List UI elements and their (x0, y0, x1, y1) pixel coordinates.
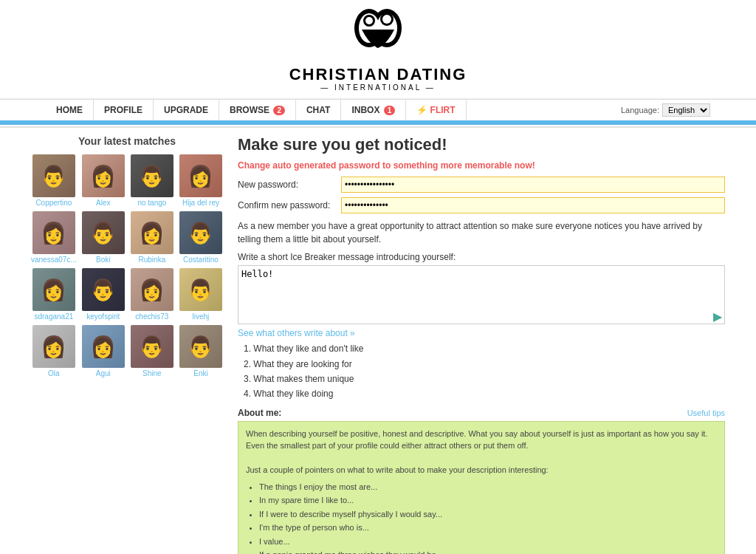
match-name: Coppertino (31, 199, 77, 207)
matches-grid: 👨 Coppertino 👩 Alex 👨 no tango 👩 Hija de… (31, 154, 223, 377)
about-row: About me: Useful tips (238, 408, 725, 418)
match-name: no tango (130, 199, 174, 207)
confirm-password-label: Confirm new password: (238, 200, 341, 211)
new-password-row: New password: (238, 177, 725, 193)
list-item[interactable]: 👨 livehj (179, 268, 223, 321)
match-photo: 👨 (179, 211, 222, 254)
match-photo: 👩 (32, 268, 75, 311)
list-item[interactable]: 👨 Shine (130, 325, 174, 377)
match-photo: 👩 (32, 211, 75, 254)
language-selector: Language: English (621, 103, 710, 117)
tooltip-line1: When describing yourself be positive, ho… (246, 429, 707, 451)
list-item[interactable]: 👨 Costaritino (179, 211, 223, 264)
match-photo: 👨 (82, 268, 125, 311)
write-list-item: 1. What they like and don't like (244, 341, 725, 356)
match-name: vanessa07c... (31, 256, 77, 264)
logo-sub: — INTERNATIONAL — (289, 83, 467, 92)
match-name: livehj (179, 312, 223, 321)
list-item[interactable]: 👩 sdragana21 (31, 268, 77, 321)
match-photo: 👨 (179, 268, 222, 311)
right-panel: Make sure you get noticed! Change auto g… (238, 135, 725, 554)
match-photo: 👩 (82, 325, 125, 368)
logo: CHRISTIAN DATING — INTERNATIONAL — (289, 7, 467, 92)
list-item[interactable]: 👨 Enki (179, 325, 223, 377)
attention-text: As a new member you have a great opportu… (238, 219, 725, 246)
matches-title: Your latest matches (31, 135, 223, 147)
about-label: About me: (238, 408, 281, 418)
page-title: Make sure you get noticed! (238, 135, 725, 154)
icebreaker-input[interactable]: Hello! (238, 265, 725, 324)
list-item[interactable]: 👨 keyofspirit (81, 268, 126, 321)
list-item[interactable]: 👩 vanessa07c... (31, 211, 77, 264)
match-name: keyofspirit (81, 312, 126, 321)
list-item[interactable]: 👩 Alex (81, 154, 126, 207)
list-item[interactable]: 👨 Boki (81, 211, 126, 264)
match-name: Rubinka (130, 256, 174, 264)
svg-point-7 (382, 15, 391, 24)
match-name: Shine (130, 369, 174, 377)
match-name: Enki (179, 369, 223, 377)
icebreaker-label: Write a short Ice Breaker message introd… (238, 252, 725, 262)
useful-tips-link[interactable]: Useful tips (687, 408, 725, 417)
nav-upgrade[interactable]: UPGRADE (154, 100, 219, 120)
match-photo: 👩 (179, 154, 222, 197)
confirm-password-row: Confirm new password: (238, 197, 725, 213)
write-list-item: 2. What they are looking for (244, 357, 725, 372)
match-name: Hija del rey (179, 199, 223, 207)
list-item[interactable]: 👩 Hija del rey (179, 154, 223, 207)
match-name: Costaritino (179, 256, 223, 264)
tooltip-list-item: In my spare time I like to... (259, 494, 717, 507)
match-photo: 👩 (131, 268, 173, 311)
list-item[interactable]: 👩 Agui (81, 325, 126, 377)
refresh-icon[interactable]: ▶ (713, 310, 722, 324)
tooltip-list: The things I enjoy the most are... In my… (259, 481, 717, 554)
browse-badge: 2 (273, 106, 285, 115)
list-item[interactable]: 👩 chechis73 (130, 268, 174, 321)
header: CHRISTIAN DATING — INTERNATIONAL — (0, 0, 756, 99)
language-dropdown[interactable]: English (662, 103, 710, 117)
nav-profile[interactable]: PROFILE (94, 100, 154, 120)
write-list-item: 4. What they like doing (244, 386, 725, 401)
left-panel: Your latest matches 👨 Coppertino 👩 Alex … (31, 135, 223, 554)
nav-chat[interactable]: CHAT (296, 100, 341, 120)
new-password-label: New password: (238, 179, 341, 190)
tooltip-list-item: I'm the type of person who is... (259, 521, 717, 534)
match-photo: 👨 (82, 211, 125, 254)
list-item[interactable]: 👨 Coppertino (31, 154, 77, 207)
match-name: Alex (81, 199, 126, 207)
confirm-password-field[interactable] (341, 197, 725, 213)
about-tooltip: When describing yourself be positive, ho… (238, 421, 725, 554)
match-photo: 👨 (131, 325, 173, 368)
see-what-link[interactable]: See what others write about » (238, 328, 725, 338)
write-list: 1. What they like and don't like 2. What… (244, 341, 725, 402)
match-photo: 👨 (131, 154, 173, 197)
nav-flirt[interactable]: ⚡ FLIRT (406, 100, 466, 120)
blue-bar (0, 122, 756, 125)
list-item[interactable]: 👩 Rubinka (130, 211, 174, 264)
match-name: Ola (31, 369, 77, 377)
inbox-badge: 1 (384, 106, 396, 115)
navigation: HOME PROFILE UPGRADE BROWSE 2 CHAT INBOX… (0, 99, 756, 122)
match-photo: 👩 (32, 325, 75, 368)
match-name: Agui (81, 369, 126, 377)
match-photo: 👩 (131, 211, 173, 254)
list-item[interactable]: 👨 no tango (130, 154, 174, 207)
language-label: Language: (621, 106, 659, 114)
tooltip-list-item: The things I enjoy the most are... (259, 481, 717, 493)
logo-text: CHRISTIAN DATING (289, 66, 467, 83)
match-name: sdragana21 (31, 312, 77, 321)
icebreaker-wrapper: Hello! ▶ (238, 265, 725, 326)
new-password-field[interactable] (341, 177, 725, 193)
main-layout: Your latest matches 👨 Coppertino 👩 Alex … (24, 128, 732, 554)
tooltip-list-item: If a genie granted me three wishes they … (259, 549, 717, 554)
logo-icon (289, 7, 467, 66)
nav-home[interactable]: HOME (46, 100, 94, 120)
list-item[interactable]: 👩 Ola (31, 325, 77, 377)
nav-inbox[interactable]: INBOX 1 (341, 100, 406, 120)
tooltip-list-item: I value... (259, 536, 717, 548)
tooltip-list-item: If I were to describe myself physically … (259, 508, 717, 521)
nav-browse[interactable]: BROWSE 2 (219, 100, 296, 120)
match-name: chechis73 (130, 312, 174, 321)
match-photo: 👩 (82, 154, 125, 197)
match-photo: 👨 (32, 154, 75, 197)
